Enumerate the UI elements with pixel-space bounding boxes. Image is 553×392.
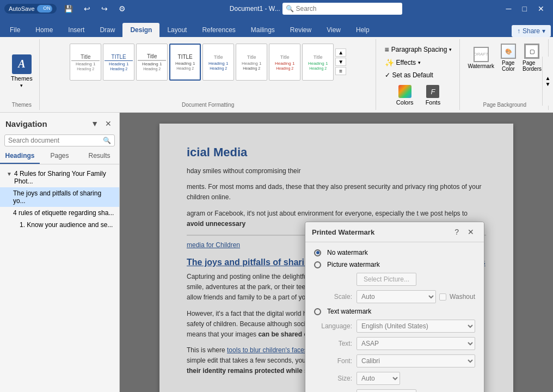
scale-label: Scale: bbox=[314, 293, 352, 301]
set-as-default-button[interactable]: ✓ Set as Default bbox=[382, 70, 456, 81]
modal-size-row: Size: Auto bbox=[314, 372, 475, 385]
tab-file[interactable]: File bbox=[2, 23, 28, 37]
style-item-7[interactable]: Title Heading 1 Heading 2 bbox=[302, 44, 334, 81]
tab-mailings[interactable]: Mailings bbox=[243, 23, 282, 37]
no-watermark-text: No watermark bbox=[327, 249, 368, 256]
tab-draw[interactable]: Draw bbox=[92, 23, 122, 37]
tab-home[interactable]: Home bbox=[28, 23, 60, 37]
search-icon: 🔍 bbox=[103, 137, 111, 144]
text-select[interactable]: ASAP bbox=[357, 337, 475, 350]
font-content: Calibri bbox=[357, 354, 475, 367]
modal-picture-radio-container[interactable] bbox=[314, 261, 323, 268]
gallery-more[interactable]: ≡ bbox=[335, 67, 346, 75]
nav-item-label-2: 4 rules of etiquette regarding sha... bbox=[13, 209, 114, 217]
style-item-1[interactable]: TITLE Heading 1 Heading 2 bbox=[103, 44, 134, 81]
close-btn[interactable]: ✕ bbox=[533, 3, 549, 14]
text-watermark-radio[interactable] bbox=[314, 308, 321, 315]
ribbon-group-themes: A Themes ▾ Themes bbox=[4, 39, 40, 110]
more-tools-btn[interactable]: ⚙ bbox=[114, 3, 130, 14]
nav-item-label-3: 1. Know your audience and se... bbox=[20, 221, 113, 229]
modal-overlay: Printed Watermark ? ✕ No watermark bbox=[120, 113, 553, 392]
nav-item-label-0: 4 Rules for Sharing Your Family Phot... bbox=[14, 170, 115, 185]
title-search-input[interactable] bbox=[296, 5, 399, 13]
modal-close-btn[interactable]: ✕ bbox=[464, 226, 477, 237]
nav-tab-pages[interactable]: Pages bbox=[40, 149, 79, 164]
picture-watermark-label[interactable]: Picture watermark bbox=[327, 261, 380, 268]
restore-btn[interactable]: □ bbox=[518, 3, 531, 14]
picture-watermark-radio[interactable] bbox=[314, 261, 321, 268]
modal-header: Printed Watermark ? ✕ bbox=[305, 222, 484, 242]
title-bar-left: AutoSave ON 💾 ↩ ↪ ⚙ bbox=[4, 3, 130, 14]
style-item-3[interactable]: TITLE Heading 1 Heading 2 bbox=[169, 44, 201, 81]
gallery-scroll-up[interactable]: ▲ bbox=[335, 48, 346, 57]
nav-item-0[interactable]: ▼ 4 Rules for Sharing Your Family Phot..… bbox=[0, 168, 119, 187]
style-item-6[interactable]: Title Heading 1 Heading 2 bbox=[269, 44, 300, 81]
modal-text-radio-container[interactable] bbox=[314, 308, 323, 315]
tab-insert[interactable]: Insert bbox=[60, 23, 92, 37]
autosave-toggle[interactable]: ON bbox=[37, 5, 52, 13]
gallery-scroll-down[interactable]: ▼ bbox=[335, 58, 346, 66]
tab-view[interactable]: View bbox=[319, 23, 348, 37]
modal-no-watermark-row: No watermark bbox=[314, 249, 475, 256]
nav-item-2[interactable]: 4 rules of etiquette regarding sha... bbox=[0, 207, 119, 219]
tab-review[interactable]: Review bbox=[282, 23, 319, 37]
quick-access-toolbar: 💾 ↩ ↪ ⚙ bbox=[60, 3, 130, 14]
nav-tab-headings[interactable]: Headings bbox=[0, 149, 40, 164]
modal-no-watermark-radio-container[interactable] bbox=[314, 249, 323, 256]
watermark-button[interactable]: DRAFT Watermark bbox=[465, 45, 496, 71]
share-chevron-icon: ▾ bbox=[542, 27, 545, 35]
save-quick-btn[interactable]: 💾 bbox=[60, 3, 77, 14]
colors-button[interactable]: Colors bbox=[392, 83, 418, 108]
ribbon-scroll-btn[interactable]: ▲▼ bbox=[542, 57, 553, 106]
modal-header-buttons: ? ✕ bbox=[451, 226, 477, 237]
language-select[interactable]: English (United States) bbox=[357, 320, 475, 333]
nav-search-bar[interactable]: 🔍 bbox=[4, 134, 115, 146]
scale-select[interactable]: Auto bbox=[357, 290, 436, 303]
themes-group-label: Themes bbox=[12, 101, 32, 108]
washout-checkbox[interactable] bbox=[439, 293, 446, 301]
nav-search-input[interactable] bbox=[8, 137, 101, 144]
no-watermark-radio[interactable] bbox=[314, 249, 321, 256]
page-color-button[interactable]: 🎨 PageColor bbox=[499, 41, 518, 74]
effects-button[interactable]: ✨ Effects ▾ bbox=[382, 57, 456, 69]
modal-help-btn[interactable]: ? bbox=[451, 226, 462, 237]
paragraph-spacing-button[interactable]: ≡ Paragraph Spacing ▾ bbox=[382, 44, 456, 56]
tab-layout[interactable]: Layout bbox=[159, 23, 194, 37]
themes-items: A Themes ▾ bbox=[9, 41, 35, 101]
tab-references[interactable]: References bbox=[194, 23, 243, 37]
share-icon: ↑ bbox=[517, 27, 520, 35]
nav-item-1[interactable]: The joys and pitfalls of sharing yo... bbox=[0, 187, 119, 207]
main-area: Navigation ▼ ✕ 🔍 Headings Pages Results … bbox=[0, 113, 553, 392]
size-select[interactable]: Auto bbox=[357, 372, 400, 385]
size-content: Auto bbox=[357, 372, 475, 385]
color-select[interactable]: Automatic bbox=[357, 389, 416, 392]
redo-btn[interactable]: ↪ bbox=[97, 3, 112, 14]
share-button[interactable]: ↑ Share ▾ bbox=[512, 25, 551, 37]
tab-design[interactable]: Design bbox=[122, 23, 159, 37]
tab-help[interactable]: Help bbox=[348, 23, 377, 37]
style-item-2[interactable]: Title Heading 1 Heading 2 bbox=[136, 44, 168, 81]
no-watermark-label[interactable]: No watermark bbox=[327, 249, 368, 256]
nav-tab-results[interactable]: Results bbox=[79, 149, 119, 164]
themes-button[interactable]: A Themes ▾ bbox=[9, 52, 35, 90]
title-search-bar[interactable]: 🔍 bbox=[282, 3, 402, 15]
modal-text-watermark-row: Text watermark bbox=[314, 308, 475, 315]
style-item-5[interactable]: Title Heading 1 Heading 2 bbox=[236, 44, 267, 81]
select-picture-button[interactable]: Select Picture... bbox=[357, 273, 416, 286]
style-item-0[interactable]: Title Heading 1 Heading 2 bbox=[70, 44, 101, 81]
effects-chevron: ▾ bbox=[418, 60, 421, 65]
nav-close-btn[interactable]: ✕ bbox=[103, 118, 114, 129]
undo-btn[interactable]: ↩ bbox=[79, 3, 95, 14]
language-label: Language: bbox=[314, 322, 352, 330]
text-content: ASAP bbox=[357, 337, 475, 350]
fonts-button[interactable]: F Fonts bbox=[421, 83, 445, 108]
document-area[interactable]: icial Media hday smiles without compromi… bbox=[120, 113, 553, 392]
font-select[interactable]: Calibri bbox=[357, 354, 475, 367]
style-item-4[interactable]: Title Heading 1 Heading 2 bbox=[202, 44, 234, 81]
nav-collapse-btn[interactable]: ▼ bbox=[89, 118, 101, 129]
page-borders-button[interactable]: ▢ PageBorders bbox=[520, 41, 544, 74]
nav-item-3[interactable]: 1. Know your audience and se... bbox=[0, 219, 119, 231]
language-content: English (United States) bbox=[357, 320, 475, 333]
minimize-btn[interactable]: ─ bbox=[502, 3, 516, 14]
text-watermark-label[interactable]: Text watermark bbox=[327, 308, 371, 315]
